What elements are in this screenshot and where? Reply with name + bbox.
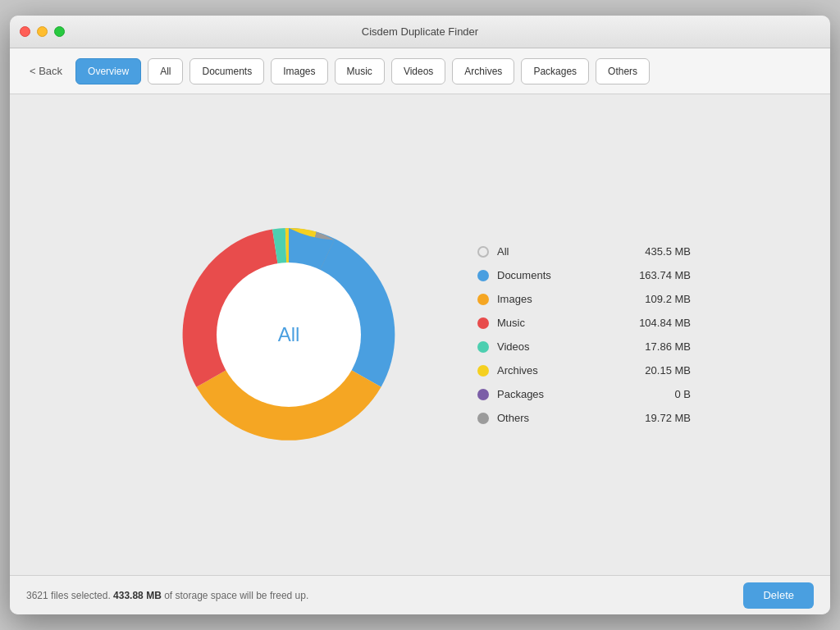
legend-label-music: Music	[497, 317, 617, 329]
legend-dot-documents	[477, 270, 489, 281]
legend-item-all: All 435.5 MB	[477, 245, 691, 258]
legend-item-images: Images 109.2 MB	[477, 293, 691, 305]
legend-label-images: Images	[497, 293, 617, 305]
toolbar: < Back Overview All Documents Images Mus…	[10, 48, 830, 94]
window-controls	[20, 26, 65, 37]
tab-music[interactable]: Music	[335, 58, 385, 84]
legend-label-documents: Documents	[497, 269, 617, 281]
status-text: 3621 files selected. 433.88 MB of storag…	[26, 590, 308, 601]
legend-item-music: Music 104.84 MB	[477, 317, 691, 329]
close-button[interactable]	[20, 26, 30, 37]
tab-all[interactable]: All	[148, 58, 183, 84]
legend-dot-videos	[477, 341, 489, 353]
legend-label-archives: Archives	[497, 364, 617, 377]
legend-dot-others	[477, 413, 489, 424]
main-content: All All 435.5 MB Documents 163.74 MB Ima…	[10, 94, 830, 575]
tab-packages[interactable]: Packages	[521, 58, 589, 84]
app-window: Cisdem Duplicate Finder < Back Overview …	[10, 16, 830, 614]
storage-size: 433.88 MB	[113, 590, 162, 601]
legend: All 435.5 MB Documents 163.74 MB Images …	[477, 245, 691, 424]
tab-documents[interactable]: Documents	[189, 58, 264, 84]
legend-item-packages: Packages 0 B	[477, 388, 691, 400]
legend-item-documents: Documents 163.74 MB	[477, 269, 691, 281]
legend-label-others: Others	[497, 412, 617, 424]
tab-archives[interactable]: Archives	[452, 58, 514, 84]
files-label: files selected.	[51, 590, 111, 601]
maximize-button[interactable]	[54, 26, 65, 37]
legend-label-videos: Videos	[497, 340, 617, 353]
legend-value-videos: 17.86 MB	[625, 340, 691, 353]
minimize-button[interactable]	[37, 26, 48, 37]
legend-value-documents: 163.74 MB	[625, 269, 691, 281]
legend-dot-all	[477, 246, 489, 258]
legend-value-all: 435.5 MB	[625, 245, 691, 258]
legend-value-packages: 0 B	[625, 388, 691, 400]
title-bar: Cisdem Duplicate Finder	[10, 16, 830, 48]
delete-button[interactable]: Delete	[743, 582, 814, 609]
legend-value-archives: 20.15 MB	[625, 364, 691, 377]
files-count: 3621	[26, 590, 48, 601]
donut-svg	[149, 195, 428, 474]
legend-value-others: 19.72 MB	[625, 412, 691, 424]
donut-hole	[217, 262, 361, 407]
legend-dot-music	[477, 317, 489, 329]
tab-others[interactable]: Others	[596, 58, 650, 84]
size-suffix: of storage space will be freed up.	[164, 590, 308, 601]
legend-dot-archives	[477, 365, 489, 377]
status-bar: 3621 files selected. 433.88 MB of storag…	[10, 575, 830, 614]
legend-item-archives: Archives 20.15 MB	[477, 364, 691, 377]
legend-item-videos: Videos 17.86 MB	[477, 340, 691, 353]
tab-overview[interactable]: Overview	[75, 58, 141, 84]
tab-videos[interactable]: Videos	[391, 58, 445, 84]
legend-dot-packages	[477, 389, 489, 400]
back-button[interactable]: < Back	[23, 62, 69, 80]
tab-images[interactable]: Images	[271, 58, 327, 84]
legend-dot-images	[477, 294, 489, 305]
donut-chart: All	[149, 195, 428, 474]
legend-value-images: 109.2 MB	[625, 293, 691, 305]
legend-label-packages: Packages	[497, 388, 617, 400]
legend-value-music: 104.84 MB	[625, 317, 691, 329]
legend-label-all: All	[497, 245, 617, 258]
legend-item-others: Others 19.72 MB	[477, 412, 691, 424]
window-title: Cisdem Duplicate Finder	[362, 25, 478, 38]
